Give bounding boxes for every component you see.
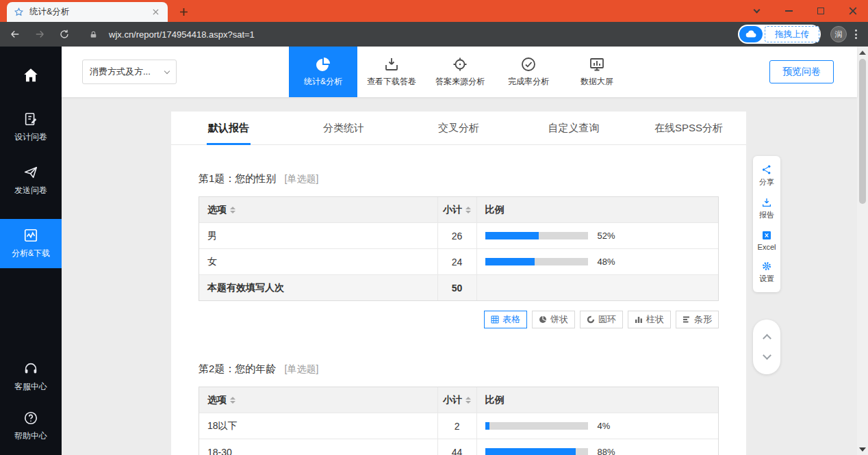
chart-type-table-button[interactable]: 表格	[484, 311, 527, 328]
sort-icon	[230, 207, 235, 213]
nav-label: 查看下载答卷	[367, 76, 416, 88]
option-cell: 女	[199, 249, 438, 274]
nav-stats-analysis[interactable]: 统计&分析	[289, 47, 357, 97]
pie-icon	[539, 315, 547, 324]
chart-type-label: 圆环	[598, 313, 616, 326]
table-header-row: 选项 小计 比例	[199, 387, 718, 413]
monitor-chart-icon	[589, 56, 605, 73]
scrollbar-thumb[interactable]	[859, 59, 866, 204]
tab-custom-query[interactable]: 自定义查询	[516, 112, 631, 144]
tab-cross-analysis[interactable]: 交叉分析	[401, 112, 516, 144]
drag-upload-button[interactable]: 拖拽上传	[765, 26, 819, 42]
browser-menu-icon[interactable]	[852, 29, 860, 39]
browser-dropdown-chevron-icon[interactable]	[751, 5, 762, 16]
nav-view-download-answers[interactable]: 查看下载答卷	[357, 47, 426, 97]
scroll-down-button[interactable]	[760, 352, 774, 362]
question-type-tag: [单选题]	[285, 363, 319, 374]
ratio-bar-fill	[485, 232, 539, 239]
count-cell: 2	[438, 413, 477, 439]
floating-toolbar: 分享 报告 Excel	[753, 156, 780, 292]
excel-icon	[753, 230, 780, 241]
scrollbar[interactable]	[857, 47, 868, 455]
chart-type-switcher: 表格 饼状 圆环 柱状	[199, 311, 719, 328]
nav-completion-rate-analysis[interactable]: 完成率分析	[494, 47, 563, 97]
minimize-button[interactable]	[783, 5, 794, 16]
column-header-count[interactable]: 小计	[438, 387, 477, 413]
share-icon	[753, 164, 780, 175]
column-header-label: 小计	[443, 394, 462, 406]
tab-close-icon[interactable]	[150, 7, 161, 18]
question-title: 第1题：您的性别	[199, 172, 276, 184]
preview-survey-button[interactable]: 预览问卷	[769, 60, 834, 83]
column-header-label: 选项	[207, 394, 227, 406]
chart-type-donut-button[interactable]: 圆环	[580, 311, 623, 328]
target-location-icon	[452, 56, 468, 73]
sidebar-home-button[interactable]	[0, 56, 62, 94]
report-tabs: 默认报告 分类统计 交叉分析 自定义查询 在线SPSS分析	[171, 112, 746, 145]
chart-type-column-button[interactable]: 柱状	[628, 311, 671, 328]
chart-type-label: 饼状	[550, 313, 568, 326]
back-button[interactable]	[8, 27, 22, 41]
sidebar-item-help-center[interactable]: 帮助中心	[0, 402, 62, 451]
option-cell: 18以下	[199, 413, 438, 439]
browser-tab[interactable]: 统计&分析	[7, 2, 168, 22]
sidebar-item-customer-service[interactable]: 客服中心	[0, 352, 62, 402]
drag-upload-widget[interactable]: 拖拽上传	[738, 25, 821, 44]
scrollbar-up-arrow[interactable]	[859, 51, 866, 55]
url-bar[interactable]: wjx.cn/report/174954418.aspx?sat=1	[109, 29, 727, 40]
new-tab-button[interactable]	[175, 3, 192, 21]
address-bar: wjx.cn/report/174954418.aspx?sat=1 拖拽上传 …	[0, 22, 868, 47]
refresh-button[interactable]	[58, 27, 71, 41]
nav-answer-source-analysis[interactable]: 答案来源分析	[426, 47, 494, 97]
scroll-up-button[interactable]	[760, 332, 774, 341]
footer-empty-cell	[477, 275, 718, 300]
column-header-option[interactable]: 选项	[199, 387, 438, 413]
sidebar-item-design-survey[interactable]: 设计问卷	[0, 103, 62, 152]
cloud-upload-icon[interactable]	[739, 26, 763, 42]
scrollbar-down-arrow[interactable]	[859, 447, 866, 452]
ratio-bar-fill	[485, 448, 576, 455]
analysis-chart-icon	[23, 228, 38, 243]
question-mark-icon	[23, 411, 38, 426]
nav-label: 完成率分析	[508, 76, 549, 88]
forward-button[interactable]	[33, 27, 47, 41]
chart-type-pie-button[interactable]: 饼状	[532, 311, 575, 328]
sidebar-item-analysis-download[interactable]: 分析&下载	[0, 219, 62, 268]
chevron-up-icon	[763, 334, 771, 343]
chevron-down-icon	[164, 68, 170, 73]
column-header-option[interactable]: 选项	[199, 197, 438, 222]
maximize-button[interactable]	[815, 5, 826, 16]
tab-default-report[interactable]: 默认报告	[171, 112, 286, 144]
nav-data-dashboard[interactable]: 数据大屏	[563, 47, 631, 97]
report-download-button[interactable]: 报告	[753, 192, 780, 225]
excel-export-button[interactable]: Excel	[753, 225, 780, 256]
settings-button[interactable]: 设置	[753, 256, 780, 289]
sidebar-item-label: 设计问卷	[14, 131, 47, 143]
ratio-cell: 4%	[477, 413, 718, 439]
share-button[interactable]: 分享	[753, 159, 780, 192]
avatar[interactable]: 润	[830, 26, 847, 42]
tab-title: 统计&分析	[29, 6, 144, 18]
ratio-percent: 48%	[598, 257, 615, 267]
column-header-label: 比例	[485, 394, 505, 406]
sidebar-item-label: 帮助中心	[14, 430, 47, 442]
table-row: 18-30 44 88%	[199, 439, 718, 455]
nav-label: 统计&分析	[304, 76, 342, 88]
chart-type-label: 表格	[502, 313, 520, 326]
ratio-bar-fill	[485, 258, 535, 265]
window-close-button[interactable]	[847, 5, 858, 16]
chart-type-label: 条形	[694, 313, 712, 326]
ratio-bar	[485, 258, 588, 265]
sidebar-item-send-survey[interactable]: 发送问卷	[0, 156, 62, 205]
survey-selector[interactable]: 消费方式及方...	[82, 60, 177, 84]
column-header-label: 小计	[443, 204, 462, 216]
column-header-count[interactable]: 小计	[438, 197, 477, 222]
ratio-bar	[485, 232, 588, 239]
lock-icon[interactable]	[89, 30, 98, 39]
window-controls	[751, 0, 858, 22]
ratio-bar	[485, 448, 588, 455]
tab-label: 自定义查询	[548, 122, 600, 135]
tab-category-stats[interactable]: 分类统计	[286, 112, 401, 144]
chart-type-bar-button[interactable]: 条形	[676, 311, 719, 328]
tab-online-spss[interactable]: 在线SPSS分析	[631, 112, 746, 144]
